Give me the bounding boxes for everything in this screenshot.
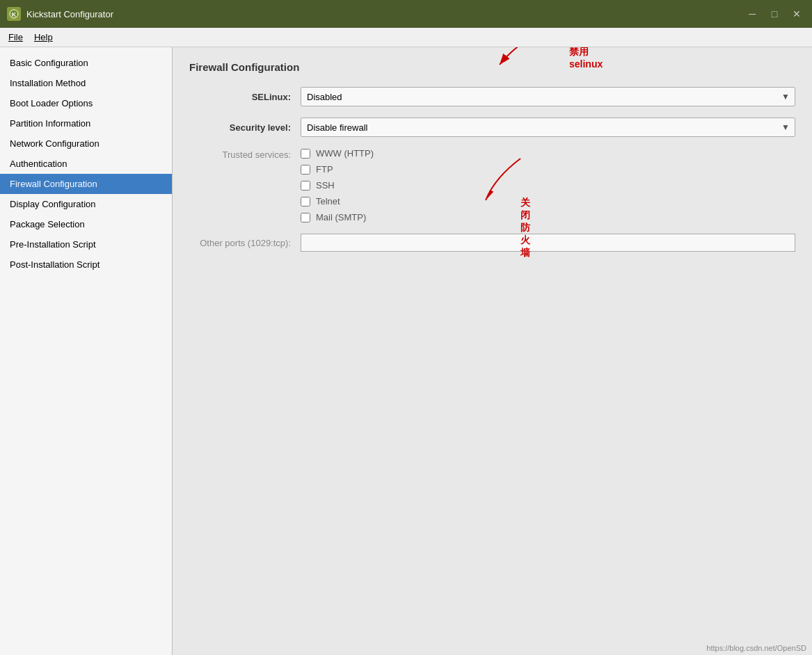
section-title: Firewall Configuration — [189, 61, 795, 73]
checkbox-item-telnet: Telnet — [301, 196, 374, 207]
selinux-row: SELinux: Disabled Enforcing Permissive ▼ — [189, 87, 795, 106]
minimize-button[interactable]: ─ — [744, 7, 761, 21]
checkbox-telnet[interactable] — [301, 197, 310, 207]
trusted-services-label: Trusted services: — [189, 148, 301, 160]
sidebar-item-pre-installation-script[interactable]: Pre-Installation Script — [0, 234, 172, 254]
checkbox-ssh-label: SSH — [316, 180, 335, 191]
checkbox-ssh[interactable] — [301, 181, 310, 191]
checkbox-mail-label: Mail (SMTP) — [316, 212, 366, 223]
checkbox-ftp[interactable] — [301, 165, 310, 175]
sidebar-item-authentication[interactable]: Authentication — [0, 154, 172, 174]
sidebar-item-package-selection[interactable]: Package Selection — [0, 214, 172, 234]
checkbox-ftp-label: FTP — [316, 164, 333, 175]
selinux-select-wrapper: Disabled Enforcing Permissive ▼ — [301, 87, 795, 106]
trusted-services-row: Trusted services: WWW (HTTP) FTP SSH Tel… — [189, 148, 795, 223]
security-level-label: Security level: — [189, 122, 301, 133]
app-icon: K — [7, 7, 21, 21]
watermark: https://blog.csdn.net/OpenSD — [706, 644, 806, 652]
sidebar-item-firewall-configuration[interactable]: Firewall Configuration — [0, 174, 172, 194]
close-button[interactable]: ✕ — [788, 7, 805, 21]
main-container: Basic Configuration Installation Method … — [0, 47, 812, 655]
checkbox-item-ftp: FTP — [301, 164, 374, 175]
maximize-button[interactable]: □ — [766, 7, 783, 21]
checkbox-item-mail: Mail (SMTP) — [301, 212, 374, 223]
checkbox-telnet-label: Telnet — [316, 196, 340, 207]
window-title: Kickstart Configurator — [26, 9, 744, 19]
selinux-select[interactable]: Disabled Enforcing Permissive — [301, 87, 795, 106]
content-area: Firewall Configuration SELinux: Disabled… — [173, 47, 812, 655]
sidebar-item-boot-loader-options[interactable]: Boot Loader Options — [0, 93, 172, 113]
checkbox-mail[interactable] — [301, 213, 310, 223]
menu-bar: File Help — [0, 28, 812, 47]
title-bar: K Kickstart Configurator ─ □ ✕ — [0, 0, 812, 28]
menu-file[interactable]: File — [3, 29, 29, 45]
security-level-row: Security level: Disable firewall Enable … — [189, 118, 795, 137]
sidebar: Basic Configuration Installation Method … — [0, 47, 173, 655]
selinux-control: Disabled Enforcing Permissive ▼ — [301, 87, 795, 106]
checkbox-item-ssh: SSH — [301, 180, 374, 191]
sidebar-item-display-configuration[interactable]: Display Configuration — [0, 194, 172, 214]
security-level-select-wrapper: Disable firewall Enable firewall No fire… — [301, 118, 795, 137]
window-controls: ─ □ ✕ — [744, 7, 805, 21]
sidebar-item-basic-configuration[interactable]: Basic Configuration — [0, 53, 172, 73]
menu-help[interactable]: Help — [29, 29, 58, 45]
other-ports-input[interactable] — [301, 234, 795, 252]
checkbox-www-label: WWW (HTTP) — [316, 148, 374, 159]
svg-text:K: K — [12, 11, 17, 18]
sidebar-item-partition-information[interactable]: Partition Information — [0, 113, 172, 134]
other-ports-label: Other ports (1029:tcp): — [189, 238, 301, 248]
security-level-control: Disable firewall Enable firewall No fire… — [301, 118, 795, 137]
checkbox-www[interactable] — [301, 149, 310, 159]
selinux-label: SELinux: — [189, 92, 301, 102]
sidebar-item-post-installation-script[interactable]: Post-Installation Script — [0, 254, 172, 275]
annotation-container: 禁用selinux 关闭防火墙 — [173, 47, 812, 655]
checkbox-item-www: WWW (HTTP) — [301, 148, 374, 159]
security-level-select[interactable]: Disable firewall Enable firewall No fire… — [301, 118, 795, 137]
other-ports-row: Other ports (1029:tcp): — [189, 234, 795, 252]
sidebar-item-network-configuration[interactable]: Network Configuration — [0, 134, 172, 154]
sidebar-item-installation-method[interactable]: Installation Method — [0, 73, 172, 93]
trusted-services-checkboxes: WWW (HTTP) FTP SSH Telnet Mail (SMTP) — [301, 148, 374, 223]
